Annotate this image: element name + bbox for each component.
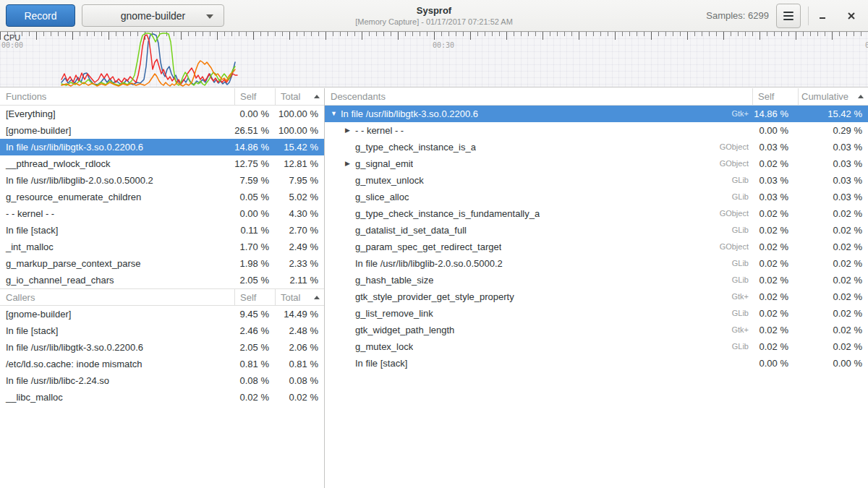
tree-row[interactable]: g_list_remove_linkGLib0.02 %0.02 % bbox=[325, 305, 868, 322]
table-row[interactable]: In file /usr/lib/libgtk-3.so.0.2200.614.… bbox=[0, 139, 324, 155]
table-row[interactable]: In file /usr/lib/libglib-2.0.so.0.5000.2… bbox=[0, 172, 324, 189]
tree-row[interactable]: g_slice_allocGLib0.03 %0.03 % bbox=[325, 189, 868, 205]
self-percent: 0.00 % bbox=[752, 355, 798, 372]
total-percent: 0.08 % bbox=[275, 372, 324, 389]
table-row[interactable]: g_io_channel_read_chars2.05 %2.11 % bbox=[0, 272, 324, 288]
tree-row[interactable]: g_param_spec_get_redirect_targetGObject0… bbox=[325, 239, 868, 255]
column-header-total[interactable]: Total bbox=[275, 289, 324, 305]
category-tag: Gtk+ bbox=[724, 288, 749, 305]
function-name: g_resource_enumerate_children bbox=[0, 189, 234, 205]
cumulative-percent: 0.02 % bbox=[798, 239, 868, 255]
table-row[interactable]: [Everything]0.00 %100.00 % bbox=[0, 106, 324, 122]
total-percent: 100.00 % bbox=[275, 106, 324, 122]
minimize-button[interactable] bbox=[812, 6, 833, 26]
table-row[interactable]: /etc/ld.so.cache: inode mismatch0.81 %0.… bbox=[0, 356, 324, 372]
expander-closed-icon[interactable]: ▶ bbox=[345, 155, 355, 172]
function-name: g_markup_parse_context_parse bbox=[0, 255, 234, 272]
table-row[interactable]: __libc_malloc0.02 %0.02 % bbox=[0, 389, 324, 406]
record-button[interactable]: Record bbox=[6, 4, 75, 27]
tree-row[interactable]: g_type_check_instance_is_aGObject0.03 %0… bbox=[325, 139, 868, 155]
category-tag: Gtk+ bbox=[724, 322, 749, 338]
column-header-self[interactable]: Self bbox=[752, 88, 798, 105]
target-combo[interactable]: gnome-builder bbox=[82, 4, 224, 27]
tree-cell: gtk_widget_path_lengthGtk+ bbox=[325, 322, 752, 338]
table-row[interactable]: g_resource_enumerate_children0.05 %5.02 … bbox=[0, 189, 324, 205]
column-header-functions[interactable]: Functions bbox=[0, 88, 234, 105]
category-tag: GLib bbox=[725, 255, 749, 272]
tree-row[interactable]: gtk_style_provider_get_style_propertyGtk… bbox=[325, 288, 868, 305]
functions-table: [Everything]0.00 %100.00 %[gnome-builder… bbox=[0, 106, 324, 288]
function-name: _int_malloc bbox=[0, 239, 234, 255]
table-row[interactable]: In file /usr/lib/libgtk-3.so.0.2200.62.0… bbox=[0, 339, 324, 356]
column-header-self[interactable]: Self bbox=[234, 289, 275, 305]
column-header-callers[interactable]: Callers bbox=[0, 289, 234, 305]
total-percent: 2.33 % bbox=[275, 255, 324, 272]
expander-open-icon[interactable]: ▼ bbox=[331, 106, 341, 122]
cpu-graph[interactable]: CPU 00:00 00:30 01:00 bbox=[0, 32, 868, 87]
table-row[interactable]: g_markup_parse_context_parse1.98 %2.33 % bbox=[0, 255, 324, 272]
function-name: - - kernel - - bbox=[0, 205, 234, 222]
tree-cell: In file /usr/lib/libglib-2.0.so.0.5000.2… bbox=[325, 255, 752, 272]
column-header-cumulative[interactable]: Cumulative bbox=[798, 88, 868, 105]
tree-row[interactable]: gtk_widget_path_lengthGtk+0.02 %0.02 % bbox=[325, 322, 868, 338]
self-percent: 0.02 % bbox=[752, 338, 798, 355]
tree-row[interactable]: ▶g_signal_emitGObject0.02 %0.03 % bbox=[325, 155, 868, 172]
function-name: In file /usr/lib/libgtk-3.so.0.2200.6 bbox=[0, 339, 234, 356]
self-percent: 26.51 % bbox=[234, 122, 275, 139]
cumulative-percent: 0.29 % bbox=[798, 122, 868, 139]
tree-row[interactable]: In file /usr/lib/libglib-2.0.so.0.5000.2… bbox=[325, 255, 868, 272]
tree-row[interactable]: ▼In file /usr/lib/libgtk-3.so.0.2200.6Gt… bbox=[325, 106, 868, 122]
table-row[interactable]: [gnome-builder]26.51 %100.00 % bbox=[0, 122, 324, 139]
expander-closed-icon[interactable]: ▶ bbox=[345, 122, 355, 139]
tree-row[interactable]: g_mutex_unlockGLib0.03 %0.03 % bbox=[325, 172, 868, 189]
column-header-total[interactable]: Total bbox=[275, 88, 324, 105]
callers-table: [gnome-builder]9.45 %14.49 %In file [sta… bbox=[0, 306, 324, 406]
tree-cell: In file [stack] bbox=[325, 355, 752, 372]
header-separator bbox=[808, 7, 809, 25]
table-row[interactable]: In file /usr/lib/libc-2.24.so0.08 %0.08 … bbox=[0, 372, 324, 389]
column-header-self[interactable]: Self bbox=[234, 88, 275, 105]
table-row[interactable]: __pthread_rwlock_rdlock12.75 %12.81 % bbox=[0, 155, 324, 172]
symbol-name: g_slice_alloc bbox=[355, 189, 409, 205]
tree-row[interactable]: ▶- - kernel - -0.00 %0.29 % bbox=[325, 122, 868, 139]
table-row[interactable]: In file [stack]0.11 %2.70 % bbox=[0, 222, 324, 239]
table-row[interactable]: [gnome-builder]9.45 %14.49 % bbox=[0, 306, 324, 322]
self-percent: 0.05 % bbox=[234, 189, 275, 205]
category-tag: GObject bbox=[712, 205, 749, 222]
tree-row[interactable]: g_type_check_instance_is_fundamentally_a… bbox=[325, 205, 868, 222]
cumulative-percent: 0.02 % bbox=[798, 272, 868, 288]
function-name: /etc/ld.so.cache: inode mismatch bbox=[0, 356, 234, 372]
tree-row[interactable]: In file [stack]0.00 %0.00 % bbox=[325, 355, 868, 372]
cumulative-percent: 0.02 % bbox=[798, 288, 868, 305]
self-percent: 0.81 % bbox=[234, 356, 275, 372]
symbol-name: g_datalist_id_set_data_full bbox=[355, 222, 467, 239]
category-tag: GObject bbox=[712, 239, 749, 255]
total-percent: 2.06 % bbox=[275, 339, 324, 356]
menu-button[interactable] bbox=[776, 4, 801, 28]
tree-row[interactable]: g_datalist_id_set_data_fullGLib0.02 %0.0… bbox=[325, 222, 868, 239]
close-button[interactable] bbox=[841, 6, 861, 26]
table-row[interactable]: _int_malloc1.70 %2.49 % bbox=[0, 239, 324, 255]
function-name: [gnome-builder] bbox=[0, 306, 234, 322]
table-row[interactable]: - - kernel - -0.00 %4.30 % bbox=[0, 205, 324, 222]
symbol-name: In file /usr/lib/libgtk-3.so.0.2200.6 bbox=[341, 106, 478, 122]
tree-cell: g_mutex_unlockGLib bbox=[325, 172, 752, 189]
cpu-usage-lines bbox=[0, 32, 868, 87]
symbol-name: g_signal_emit bbox=[355, 155, 413, 172]
self-percent: 0.02 % bbox=[752, 288, 798, 305]
column-header-descendants[interactable]: Descendants bbox=[325, 88, 752, 105]
symbol-name: g_hash_table_size bbox=[355, 272, 433, 288]
tree-cell: g_slice_allocGLib bbox=[325, 189, 752, 205]
symbol-name: g_mutex_lock bbox=[355, 338, 413, 355]
table-row[interactable]: In file [stack]2.46 %2.48 % bbox=[0, 322, 324, 339]
symbol-name: In file /usr/lib/libglib-2.0.so.0.5000.2 bbox=[355, 255, 503, 272]
tree-row[interactable]: g_mutex_lockGLib0.02 %0.02 % bbox=[325, 338, 868, 355]
self-percent: 0.11 % bbox=[234, 222, 275, 239]
tree-cell: g_mutex_lockGLib bbox=[325, 338, 752, 355]
category-tag: Gtk+ bbox=[724, 106, 749, 122]
function-name: g_io_channel_read_chars bbox=[0, 272, 234, 288]
symbol-name: g_type_check_instance_is_fundamentally_a bbox=[355, 205, 540, 222]
tree-row[interactable]: g_hash_table_sizeGLib0.02 %0.02 % bbox=[325, 272, 868, 288]
descendants-table: ▼In file /usr/lib/libgtk-3.so.0.2200.6Gt… bbox=[325, 106, 868, 372]
self-percent: 2.05 % bbox=[234, 339, 275, 356]
